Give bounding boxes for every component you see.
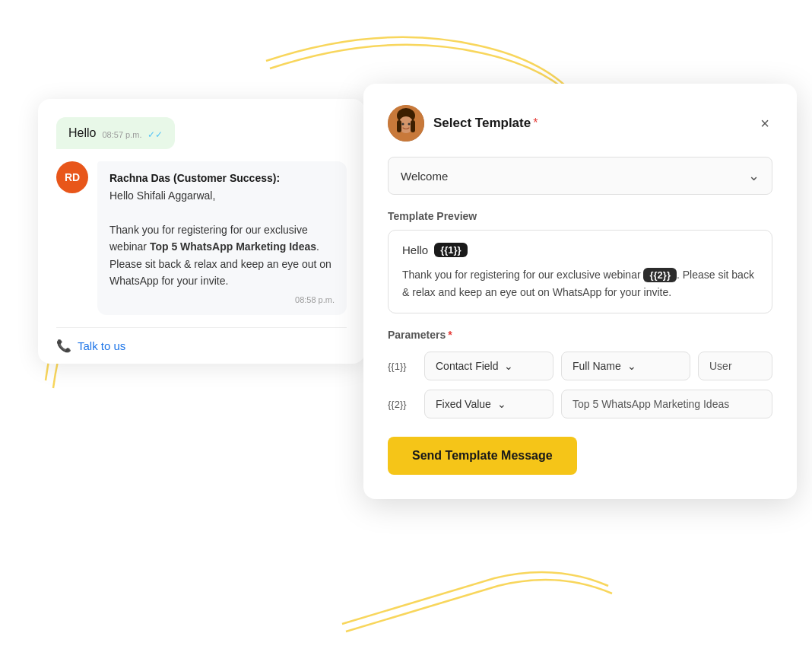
preview-hello: Hello	[402, 243, 428, 256]
agent-message-box: Rachna Das (Customer Success): Hello Shi…	[97, 161, 347, 315]
template-dropdown[interactable]: Welcome ⌄	[388, 157, 772, 195]
chat-bubble-time: 08:57 p.m.	[102, 130, 141, 139]
param1-type-dropdown[interactable]: Contact Field ⌄	[424, 352, 553, 380]
svg-point-6	[408, 123, 411, 126]
preview-body: Thank you for registering for our exclus…	[402, 266, 758, 301]
param-row-1: {{1}} Contact Field ⌄ Full Name ⌄ User	[388, 352, 772, 380]
template-preview-label: Template Preview	[388, 210, 772, 222]
svg-rect-4	[411, 120, 415, 132]
agent-text: Hello Shifali Aggarwal, Thank you for re…	[109, 187, 335, 289]
modal-title: Select Template*	[388, 105, 538, 142]
close-button[interactable]: ×	[757, 113, 772, 134]
param1-field-chevron-icon: ⌄	[627, 360, 636, 372]
param1-tag: {{1}}	[434, 243, 467, 257]
svg-rect-3	[397, 120, 401, 132]
agent-name: Rachna Das (Customer Success):	[109, 172, 335, 184]
chat-card: Hello 08:57 p.m. ✓✓ RD Rachna Das (Custo…	[38, 99, 365, 364]
modal-header: Select Template* ×	[388, 105, 772, 142]
param2-type-value: Fixed Value	[436, 398, 491, 410]
template-modal: Select Template* × Welcome ⌄ Template Pr…	[363, 84, 797, 499]
agent-message-row: RD Rachna Das (Customer Success): Hello …	[38, 161, 365, 327]
param2-chevron-icon: ⌄	[497, 398, 506, 410]
param1-chevron-icon: ⌄	[504, 360, 513, 372]
param1-field-value: Full Name	[573, 360, 621, 372]
param2-value-display: Top 5 WhatsApp Marketing Ideas	[561, 390, 772, 418]
read-tick-icon: ✓✓	[147, 129, 163, 140]
template-selected-value: Welcome	[401, 170, 448, 183]
template-preview: Hello {{1}} Thank you for registering fo…	[388, 230, 772, 313]
param-row-2: {{2}} Fixed Value ⌄ Top 5 WhatsApp Marke…	[388, 390, 772, 418]
param1-number: {{1}}	[388, 361, 417, 372]
agent-time: 08:58 p.m.	[109, 295, 335, 304]
parameters-required-star: *	[448, 329, 452, 341]
avatar-initials: RD	[65, 171, 80, 183]
talk-to-us-button[interactable]: 📞 Talk to us	[38, 328, 365, 364]
param1-field-dropdown[interactable]: Full Name ⌄	[561, 352, 690, 380]
preview-body-text: Thank you for registering for our exclus…	[402, 269, 641, 281]
agent-text-bold: Top 5 WhatsApp Marketing Ideas	[150, 240, 316, 253]
avatar: RD	[56, 161, 88, 193]
param2-tag: {{2}}	[643, 268, 676, 282]
param2-type-dropdown[interactable]: Fixed Value ⌄	[424, 390, 553, 418]
param1-type-value: Contact Field	[436, 360, 498, 372]
send-template-button[interactable]: Send Template Message	[388, 437, 577, 475]
talk-to-us-label: Talk to us	[78, 339, 125, 352]
svg-point-5	[402, 123, 404, 126]
user-avatar	[388, 105, 424, 142]
param2-number: {{2}}	[388, 399, 417, 410]
chevron-down-icon: ⌄	[748, 167, 760, 184]
agent-text-greeting: Hello Shifali Aggarwal,	[109, 189, 215, 202]
required-star: *	[533, 116, 538, 129]
param1-value-display: User	[698, 352, 772, 380]
param1-value-text: User	[709, 360, 732, 372]
chat-bubble: Hello 08:57 p.m. ✓✓	[56, 117, 175, 149]
phone-icon: 📞	[56, 339, 71, 353]
select-template-label: Select Template	[433, 116, 531, 130]
parameters-label: Parameters*	[388, 329, 772, 341]
param2-value-text: Top 5 WhatsApp Marketing Ideas	[573, 398, 729, 410]
preview-line1: Hello {{1}}	[402, 243, 758, 257]
chat-bubble-text: Hello	[68, 126, 96, 140]
